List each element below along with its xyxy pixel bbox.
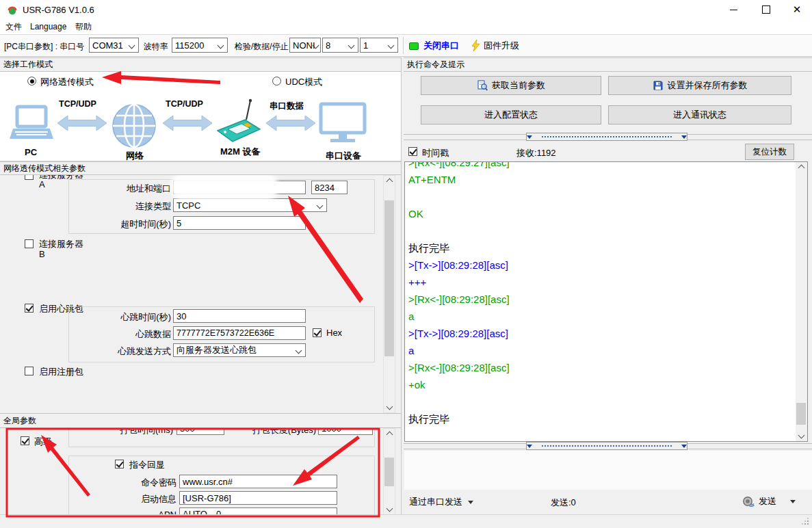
reset-count-button[interactable]: 复位计数 xyxy=(745,144,794,160)
transparent-mode-label[interactable]: 网络透传模式 xyxy=(40,76,94,88)
timestamp-label: 时间戳 xyxy=(422,147,449,159)
close-serial-button[interactable]: 关闭串口 xyxy=(409,37,468,55)
splitter-handle[interactable] xyxy=(526,133,687,141)
chevron-down-icon xyxy=(317,202,324,209)
work-mode-area: 网络透传模式 UDC模式 PC TCP/UDP 网络 TCP/UDP xyxy=(0,72,401,161)
exec-panel-header-label: 执行命令及提示 xyxy=(407,59,464,70)
pack-len-input[interactable]: 1000 xyxy=(318,428,373,435)
send-input-area[interactable] xyxy=(404,451,812,490)
udc-mode-label[interactable]: UDC模式 xyxy=(285,76,322,88)
chevron-down-icon xyxy=(296,347,302,354)
scrollbar-thumb[interactable] xyxy=(384,200,394,356)
global-params-viewport: 打包时间(ms) 500 打包长度(Bytes) 1000 高级 指令回显 命令… xyxy=(0,428,382,515)
pc-label: PC xyxy=(25,147,37,157)
work-mode-header-label: 选择工作模式 xyxy=(3,59,53,70)
send-button-label: 发送 xyxy=(759,495,776,507)
conn-type-value: TCPC xyxy=(176,200,200,211)
app-window: USR-G786 V1.0.6 ✕ 文件 Language 帮助 [PC串口参数… xyxy=(0,0,812,528)
resize-grip[interactable] xyxy=(807,523,809,525)
boot-info-value: [USR-G786] xyxy=(183,493,231,503)
hb-mode-select[interactable]: 向服务器发送心跳包 xyxy=(173,343,306,357)
net-params-viewport: 连接服务器 A 地址和端口 8234 连接类型 TCPC 超时时间(秒) 5 连… xyxy=(0,175,382,413)
link-m2m-serial-label: 串口数据 xyxy=(270,101,304,112)
enter-comm-button[interactable]: 进入通讯状态 xyxy=(608,105,791,124)
transparent-mode-radio[interactable] xyxy=(27,77,36,85)
enter-config-button[interactable]: 进入配置状态 xyxy=(421,105,601,124)
log-line xyxy=(408,393,794,410)
floppy-save-icon xyxy=(653,80,664,91)
register-enable-checkbox[interactable] xyxy=(25,367,34,375)
net-params-scrollbar[interactable] xyxy=(383,175,395,413)
global-params-header-label: 全局参数 xyxy=(3,415,36,427)
send-via-dropdown[interactable]: 通过串口发送 xyxy=(409,495,473,509)
log-line: >[Tx->][08:29:28][asc] xyxy=(408,325,794,342)
close-serial-label: 关闭串口 xyxy=(423,40,459,52)
chevron-down-icon xyxy=(129,42,135,49)
scroll-down-icon[interactable] xyxy=(384,401,395,412)
hex-checkbox[interactable] xyxy=(313,328,322,337)
save-params-button[interactable]: 设置并保存所有参数 xyxy=(608,76,791,95)
pack-time-input[interactable]: 500 xyxy=(176,428,224,435)
log-line xyxy=(408,188,794,205)
scroll-up-icon[interactable] xyxy=(796,162,807,174)
cmd-echo-label: 指令回显 xyxy=(129,459,165,471)
close-button[interactable]: ✕ xyxy=(782,0,812,19)
heartbeat-enable-checkbox[interactable] xyxy=(25,304,34,313)
scrollbar-thumb[interactable] xyxy=(796,403,806,425)
conn-type-select[interactable]: TCPC xyxy=(173,198,327,212)
register-enable-label: 启用注册包 xyxy=(39,366,83,378)
caret-down-icon xyxy=(790,500,796,503)
send-button[interactable]: 发送 xyxy=(742,494,796,509)
scroll-up-icon[interactable] xyxy=(384,176,395,187)
timeout-input[interactable]: 5 xyxy=(173,216,306,230)
sent-count-label: 发送:0 xyxy=(551,497,576,509)
server-b-checkbox[interactable] xyxy=(25,239,34,248)
cmd-pwd-input[interactable]: www.usr.cn# xyxy=(179,475,337,488)
caret-down-icon xyxy=(468,501,473,504)
pane-divider[interactable] xyxy=(401,57,402,514)
maximize-button[interactable] xyxy=(750,0,782,19)
scroll-down-icon[interactable] xyxy=(384,503,395,514)
hb-time-input[interactable]: 30 xyxy=(173,309,306,323)
log-line: 执行完毕 xyxy=(408,239,794,256)
databits-select[interactable]: 8 xyxy=(322,38,358,53)
hb-time-value: 30 xyxy=(176,311,186,321)
get-params-button[interactable]: 获取当前参数 xyxy=(421,76,601,95)
menu-file[interactable]: 文件 xyxy=(1,19,26,34)
log-line: +++ xyxy=(408,274,794,291)
menu-help[interactable]: 帮助 xyxy=(71,19,96,34)
serial-device-monitor-icon xyxy=(319,102,367,144)
menu-language[interactable]: Language xyxy=(26,19,70,34)
cmd-echo-checkbox[interactable] xyxy=(115,460,124,468)
parity-select[interactable]: NONI xyxy=(289,38,321,53)
server-a-sub-label: A xyxy=(39,179,45,189)
udc-mode-radio[interactable] xyxy=(272,77,281,85)
hb-data-input[interactable]: 7777772E7573722E636E xyxy=(173,326,306,340)
status-bar xyxy=(0,514,812,528)
server-a-checkbox[interactable] xyxy=(25,175,34,180)
firmware-upgrade-button[interactable]: 固件升级 xyxy=(472,37,527,55)
close-icon: ✕ xyxy=(793,3,802,16)
chevron-down-icon xyxy=(388,42,395,49)
hex-label: Hex xyxy=(326,328,342,338)
boot-info-input[interactable]: [USR-G786] xyxy=(179,491,337,505)
addr-port-label: 地址和端口 xyxy=(82,183,171,195)
scroll-up-icon[interactable] xyxy=(384,429,395,440)
global-params-scrollbar[interactable] xyxy=(383,428,395,515)
maximize-icon xyxy=(762,5,770,14)
minimize-button[interactable] xyxy=(718,0,749,19)
log-line: OK xyxy=(408,205,794,222)
server-port-input[interactable]: 8234 xyxy=(311,181,348,194)
log-scrollbar[interactable] xyxy=(796,162,807,441)
splitter-handle[interactable] xyxy=(526,442,687,450)
hb-data-label: 心跳数据 xyxy=(82,328,171,341)
server-b-sub-label: B xyxy=(39,249,45,259)
scroll-down-icon[interactable] xyxy=(796,430,807,441)
timestamp-checkbox[interactable] xyxy=(408,147,417,156)
log-output[interactable]: >[Rx<-][08:29:27][asc] AT+ENTM OK 执行完毕 >… xyxy=(404,161,808,442)
com-port-select[interactable]: COM31 xyxy=(89,38,139,53)
baud-select[interactable]: 115200 xyxy=(172,38,228,53)
advanced-checkbox[interactable] xyxy=(21,436,29,445)
stopbits-select[interactable]: 1 xyxy=(360,38,398,53)
scrollbar-thumb[interactable] xyxy=(384,458,394,486)
